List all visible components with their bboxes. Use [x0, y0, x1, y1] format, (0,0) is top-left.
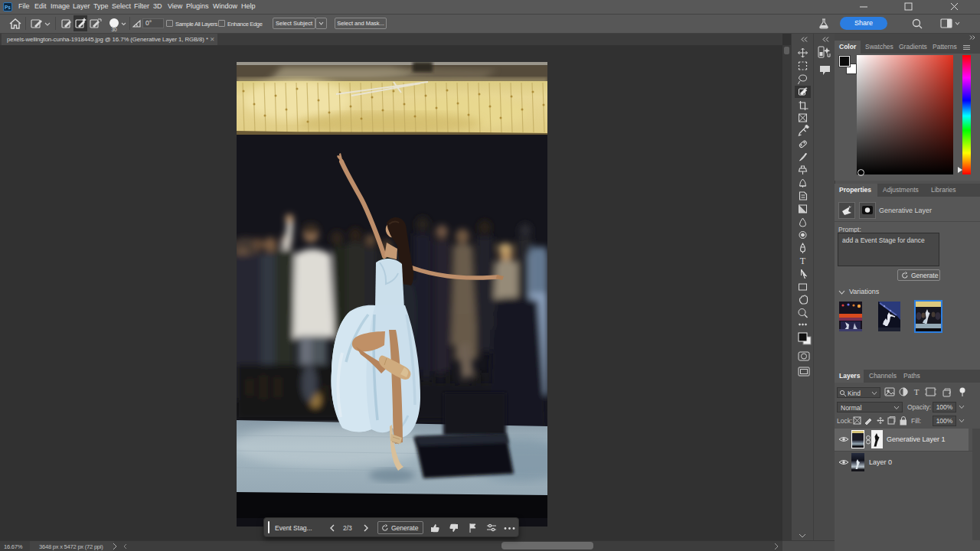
svg-text:30: 30: [111, 27, 117, 32]
svg-text:T: T: [800, 256, 806, 266]
svg-text:T: T: [914, 387, 920, 396]
